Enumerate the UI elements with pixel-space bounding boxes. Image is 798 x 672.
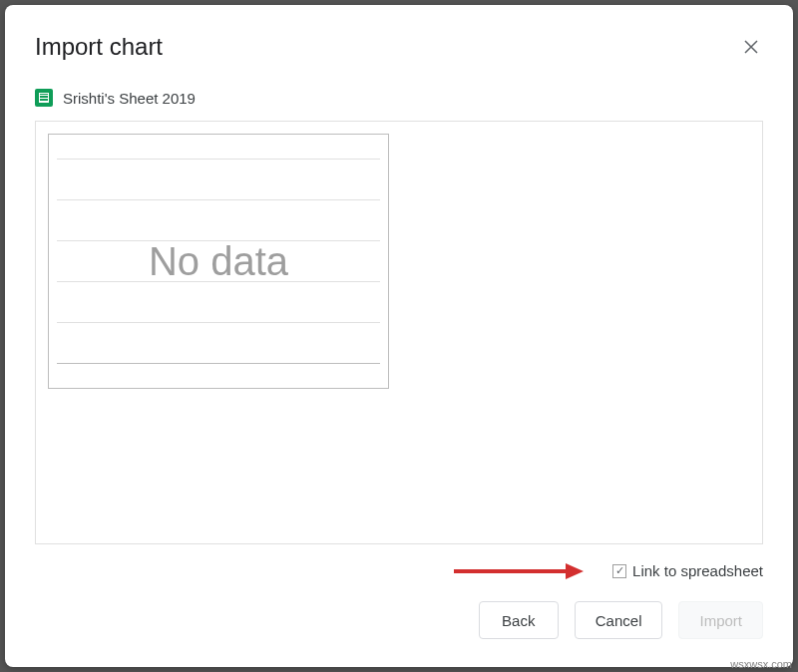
close-button[interactable] xyxy=(739,35,763,59)
no-data-label: No data xyxy=(149,239,288,284)
link-to-spreadsheet-checkbox[interactable]: ✓ Link to spreadsheet xyxy=(612,562,763,579)
import-button: Import xyxy=(678,601,763,639)
chart-selection-area: No data xyxy=(35,121,763,544)
dialog-header: Import chart xyxy=(35,33,763,61)
link-option-row: ✓ Link to spreadsheet xyxy=(35,562,763,579)
google-sheets-icon xyxy=(35,89,53,107)
sheet-name-label: Srishti's Sheet 2019 xyxy=(63,90,196,107)
dialog-footer: Back Cancel Import xyxy=(35,601,763,639)
checkbox-icon: ✓ xyxy=(612,564,626,578)
svg-marker-1 xyxy=(566,563,584,579)
watermark-text: wsxwsx.com xyxy=(730,658,792,670)
cancel-button[interactable]: Cancel xyxy=(575,601,663,639)
checkbox-label: Link to spreadsheet xyxy=(632,562,763,579)
close-icon xyxy=(744,40,758,54)
annotation-arrow-icon xyxy=(454,561,584,581)
sheet-source-row: Srishti's Sheet 2019 xyxy=(35,89,763,107)
chart-preview-thumbnail[interactable]: No data xyxy=(48,134,389,389)
back-button[interactable]: Back xyxy=(479,601,559,639)
dialog-title: Import chart xyxy=(35,33,163,61)
import-chart-dialog: Import chart Srishti's Sheet 2019 No dat… xyxy=(5,5,793,667)
